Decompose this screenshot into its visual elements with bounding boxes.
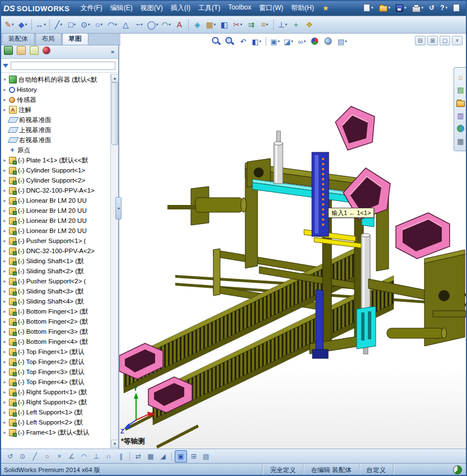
hide-show-items-icon[interactable]: ∞ ▾ (296, 36, 308, 47)
design-library-icon[interactable]: ▤ (456, 86, 465, 94)
expand-arrow-icon[interactable]: ▸ (2, 399, 7, 405)
circle-icon[interactable]: ○ ▾ (92, 18, 105, 31)
spline-icon[interactable]: ~ ▾ (133, 18, 146, 31)
tree-item[interactable]: ▸ (-) Sliding Shaft<3> (默 (1, 286, 110, 296)
smart-dimension-icon[interactable]: ↔ ▾ (34, 18, 47, 31)
close-pane-icon[interactable]: × (452, 36, 463, 45)
expand-arrow-icon[interactable]: ▸ (2, 208, 7, 213)
expand-arrow-icon[interactable]: ▸ (2, 218, 7, 223)
tree-item[interactable]: ▸ (-) Lionear Br LM 20 UU (1, 195, 110, 206)
scroll-down-icon[interactable]: ▼ (111, 440, 118, 448)
toolbar-separator[interactable]: ▾ (31, 19, 32, 30)
tree-item[interactable]: ▸ (-) Cylinder Support<1> (1, 165, 110, 175)
tree-item[interactable]: ▸ (-) Lionear Br LM 20 UU (1, 206, 110, 216)
expand-arrow-icon[interactable]: ▸ (2, 339, 7, 344)
scrollbar-thumb[interactable] (111, 82, 118, 145)
grid-system-icon[interactable]: ⊞ (188, 451, 199, 462)
filter-input[interactable] (11, 62, 115, 70)
configurationmanager-tab-icon[interactable] (30, 46, 39, 57)
tree-item[interactable]: ▸ 传感器 (1, 95, 110, 105)
fullscreen-icon[interactable]: ▢ (440, 36, 450, 45)
expand-arrow-icon[interactable]: ▸ (2, 369, 7, 375)
menu-item[interactable]: 插入(I) (167, 2, 194, 15)
repair-sketch-icon[interactable]: + ▾ (289, 18, 302, 31)
tree-item[interactable]: ▸ (-) Top Finger<3> (默认 (1, 367, 110, 377)
table-icon[interactable]: ▤ (200, 451, 212, 462)
model-canvas[interactable]: Y X Z (119, 32, 467, 449)
display-style-icon[interactable]: ◪ ▾ (282, 36, 295, 47)
text-icon[interactable]: A ▾ (173, 18, 186, 31)
toolbar-separator[interactable]: ▾ (188, 19, 189, 30)
expand-arrow-icon[interactable]: ▸ (2, 359, 7, 365)
rapid-sketch-icon[interactable]: ❖ ▾ (303, 18, 316, 31)
tree-item[interactable]: ▸ (-) Pusher Support<1> ( (1, 236, 110, 246)
tree-item[interactable]: ▸ (-) Cylinder Support<2> (1, 175, 110, 185)
menu-item[interactable]: Toolbox (224, 2, 255, 15)
tree-item[interactable]: ▸ (-) Top Finger<1> (默认 (1, 347, 110, 357)
save-icon[interactable]: ▾ (394, 3, 408, 13)
expand-arrow-icon[interactable]: ▸ (2, 178, 7, 183)
tree-item[interactable]: ▸ (-) Sliding Shaft<4> (默 (1, 296, 110, 306)
snap-parallel-icon[interactable]: ∥ (115, 451, 127, 462)
tree-item[interactable]: ▸ (-) Bottom Finger<3> (默 (1, 326, 110, 337)
tree-item[interactable]: ▸ (-) Top Finger<4> (默认 (1, 377, 110, 387)
grid-icon[interactable]: ▦ (145, 451, 156, 462)
expand-arrow-icon[interactable]: ▸ (2, 409, 7, 415)
expand-arrow-icon[interactable]: ▸ (2, 228, 7, 234)
scroll-up-icon[interactable]: ▲ (111, 74, 118, 82)
commandmanager-tab[interactable]: 布局 (35, 33, 62, 45)
expand-arrow-icon[interactable]: ▸ (2, 198, 7, 203)
view-palette-icon[interactable]: ▥ (456, 111, 465, 120)
undo-view-icon[interactable]: ↺ (4, 451, 16, 462)
viewport-single-icon[interactable]: ⊟ (415, 36, 426, 45)
tree-scrollbar[interactable]: ▲ ▼ (110, 74, 118, 448)
snap-arc-icon[interactable]: ◠ (78, 451, 90, 462)
viewport-split-icon[interactable]: ⊞ (427, 36, 438, 45)
toolbar-separator[interactable]: ▾ (265, 37, 266, 46)
tree-item[interactable]: ▸ (-) Plate 1<1> (默认<<默 (1, 155, 110, 165)
snap-point-icon[interactable]: ⊙ (17, 451, 28, 462)
snap-perpendicular-icon[interactable]: ⊥ (91, 451, 102, 462)
shaded-sketch-contours-icon[interactable]: ▣ (175, 450, 187, 463)
expand-arrow-icon[interactable]: ▸ (2, 188, 7, 193)
linear-pattern-icon[interactable]: ▦ ▾ (204, 18, 217, 31)
expand-arrow-icon[interactable]: ▸ (2, 389, 7, 395)
new-document-icon[interactable]: ▾ (362, 3, 375, 13)
menu-item[interactable]: 工具(T) (194, 2, 224, 15)
panel-overflow-chevron[interactable]: » (111, 48, 114, 55)
open-icon[interactable]: ▾ (377, 3, 393, 13)
snap-tangent-icon[interactable]: ∩ (103, 451, 114, 462)
expand-arrow-icon[interactable]: ▸ (2, 298, 7, 304)
corner-rectangle-icon[interactable]: □ ▾ (66, 18, 78, 31)
sketch-fillet-icon[interactable]: ◠ ▾ (160, 18, 172, 31)
expand-arrow-icon[interactable]: ▾ (2, 77, 7, 82)
file-explorer-icon[interactable] (456, 99, 465, 107)
sketch-icon[interactable]: ✎ ▾ (3, 18, 16, 31)
undo-icon[interactable]: ↺ ▾ (427, 3, 436, 12)
polygon-icon[interactable]: △ ▾ (119, 18, 132, 31)
convert-entities-icon[interactable]: ⇉ ▾ (245, 18, 258, 31)
featuremanager-tree-icon[interactable] (4, 46, 13, 57)
expand-arrow-icon[interactable]: ▸ (2, 379, 7, 385)
tree-item[interactable]: ▸ (-) Left Support<2> (默 (1, 417, 110, 427)
expand-arrow-icon[interactable]: ▸ (2, 97, 7, 102)
help-icon[interactable]: ? ▾ (438, 3, 449, 12)
tree-item[interactable]: 上视基准面 (1, 125, 110, 135)
graphics-area[interactable]: Y X Z ▾ ▾ ↶ ▾ ◧ ▾ (119, 32, 467, 449)
tree-item[interactable]: ▸ (-) Lionear Br LM 20 UU (1, 226, 110, 236)
frame-window-icon[interactable]: ▾ (451, 3, 461, 13)
centerpoint-arc-icon[interactable]: ◠ ▾ (106, 18, 119, 31)
snap-intersection-icon[interactable]: × (54, 451, 65, 462)
cyan-slide-block[interactable] (357, 306, 376, 349)
expand-arrow-icon[interactable]: ▸ (2, 419, 7, 425)
snap-line-icon[interactable]: ╱ (29, 451, 40, 462)
expand-arrow-icon[interactable]: ▸ (2, 430, 7, 435)
expand-arrow-icon[interactable]: ▸ (2, 309, 7, 314)
ellipse-icon[interactable]: ◯ ▾ (146, 18, 159, 31)
menu-item[interactable]: 帮助(H) (287, 2, 318, 15)
toolbar-separator[interactable]: ▾ (49, 19, 50, 30)
expand-arrow-icon[interactable]: ▸ (2, 167, 7, 173)
tree-item[interactable]: ▸ (-) DNC-32-100-PPV-A<1> (1, 185, 110, 195)
task-pane-home-icon[interactable]: ⌂ (456, 73, 465, 81)
expand-arrow-icon[interactable]: ▸ (2, 319, 7, 324)
